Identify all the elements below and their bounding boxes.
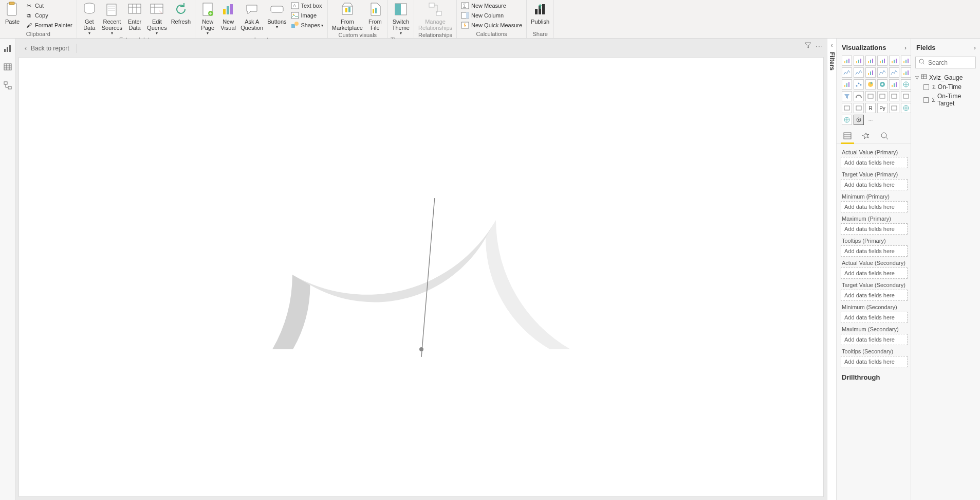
viz-icon-line-col[interactable] [877,67,887,78]
collapse-fields-icon[interactable]: › [974,44,976,51]
viz-icon-pie[interactable] [865,79,876,90]
expand-filters-icon[interactable]: ‹ [831,42,833,49]
filter-icon[interactable] [804,42,811,50]
analytics-tab[interactable] [879,130,890,141]
gauge-visual[interactable] [257,190,586,365]
from-marketplace-button[interactable]: From Marketplace [330,0,365,32]
fields-table-row[interactable]: ▽ Xviz_Gauge [915,73,976,82]
viz-icon-arcgis[interactable] [901,103,911,113]
well-drop-9[interactable]: Add data fields here [841,356,908,367]
manage-relationships-button[interactable]: Manage Relationships [416,0,454,32]
viz-icon-keyinf[interactable] [889,103,899,113]
data-view-button[interactable] [3,62,12,72]
viz-icon-funnel[interactable] [842,91,852,101]
group-label-share: Share [529,31,551,38]
viz-icon-tree[interactable] [889,79,899,90]
viz-icon-line[interactable] [842,67,852,78]
svg-rect-43 [846,60,847,63]
field-column-1[interactable]: ΣOn-Time Target [915,92,976,108]
filters-pane-collapsed[interactable]: ‹ Filters [827,39,836,500]
refresh-button[interactable]: Refresh [169,0,193,26]
format-painter-button[interactable]: 🖌 Format Painter [23,21,75,30]
ribbon-group-insert: New Page ▾ New Visual Ask A Question But… [195,0,328,38]
field-checkbox[interactable] [923,84,929,90]
filters-label: Filters [828,52,836,70]
new-page-button[interactable]: New Page ▾ [197,0,218,37]
well-drop-0[interactable]: Add data fields here [841,157,908,168]
viz-icon-card[interactable] [865,91,876,101]
recent-sources-button[interactable]: Recent Sources ▾ [100,0,124,37]
svg-point-92 [919,59,923,63]
fields-search-input[interactable] [928,59,980,66]
field-column-0[interactable]: ΣOn-Time [915,82,976,92]
viz-icon-matrix[interactable] [854,103,864,113]
viz-icon-bar-stack[interactable] [865,56,876,66]
well-drop-3[interactable]: Add data fields here [841,223,908,235]
svg-rect-35 [7,47,8,52]
viz-icon-r[interactable]: R [865,103,876,113]
well-drop-4[interactable]: Add data fields here [841,245,908,257]
viz-icon-table[interactable] [842,103,852,113]
viz-icon-custom[interactable] [854,115,864,125]
well-drop-7[interactable]: Add data fields here [841,312,908,323]
new-column-button[interactable]: New Column [459,11,524,20]
sigma-icon: Σ [932,97,935,103]
viz-icon-slicer[interactable] [901,91,911,101]
viz-icon-waterfall[interactable] [842,79,852,90]
viz-icon-area[interactable] [854,67,864,78]
svg-rect-76 [894,83,895,87]
viz-icon-bar-clust[interactable] [877,56,887,66]
back-to-report-link[interactable]: Back to report [31,45,69,52]
viz-icon-bar-100[interactable] [889,56,899,66]
viz-icon-donut[interactable] [877,79,887,90]
well-drop-8[interactable]: Add data fields here [841,334,908,345]
format-tab[interactable] [860,130,872,141]
new-quick-measure-button[interactable]: New Quick Measure [459,21,524,30]
field-checkbox[interactable] [923,97,929,103]
publish-button[interactable]: Publish [529,0,551,26]
get-data-button[interactable]: Get Data ▾ [79,0,100,37]
well-drop-5[interactable]: Add data fields here [841,267,908,279]
well-drop-2[interactable]: Add data fields here [841,201,908,212]
buttons-button[interactable]: Buttons ▾ [265,0,288,30]
report-canvas[interactable] [19,57,824,497]
well-drop-6[interactable]: Add data fields here [841,290,908,301]
new-visual-button[interactable]: New Visual [218,0,238,32]
back-chevron-icon[interactable]: ‹ [25,45,27,52]
new-measure-button[interactable]: Σ New Measure [459,1,524,10]
well-drop-1[interactable]: Add data fields here [841,179,908,190]
fields-search[interactable] [915,57,976,68]
enter-data-button[interactable]: Enter Data [124,0,145,32]
shapes-button[interactable]: Shapes ▾ [289,21,325,30]
copy-button[interactable]: ⧉ Copy [23,11,75,20]
viz-icon-line-col2[interactable] [889,67,899,78]
edit-queries-label: Edit Queries [147,19,167,31]
ask-question-button[interactable]: Ask A Question [238,0,265,32]
viz-icon-kpi[interactable] [889,91,899,101]
paste-button[interactable]: Paste [2,0,23,26]
text-box-button[interactable]: A Text box [289,1,325,10]
model-view-button[interactable] [3,81,12,90]
viz-icon-globe[interactable] [842,115,852,125]
edit-queries-button[interactable]: Edit Queries ▾ [145,0,169,37]
report-view-button[interactable] [3,44,12,53]
viz-icon-bar-h[interactable] [842,56,852,66]
viz-icon-map[interactable] [901,79,911,90]
viz-icon-area-stack[interactable] [865,67,876,78]
viz-icon-ribbon[interactable] [901,67,911,78]
viz-icon-multicard[interactable] [877,91,887,101]
cut-button[interactable]: ✂ Cut [23,1,75,10]
viz-icon-more[interactable]: ··· [865,115,876,125]
viz-icon-column[interactable] [901,56,911,66]
svg-line-40 [421,198,435,357]
collapse-viz-icon[interactable]: › [904,44,907,51]
viz-icon-scatter[interactable] [854,79,864,90]
fields-tab[interactable] [842,130,853,141]
viz-icon-bar-v[interactable] [854,56,864,66]
from-file-button[interactable]: From File [365,0,385,32]
viz-icon-py[interactable]: Py [877,103,887,113]
viz-icon-gauge-std[interactable] [854,91,864,101]
image-button[interactable]: Image [289,11,325,20]
more-options-icon[interactable]: ··· [816,43,824,50]
switch-theme-button[interactable]: Switch Theme ▾ [390,0,412,37]
